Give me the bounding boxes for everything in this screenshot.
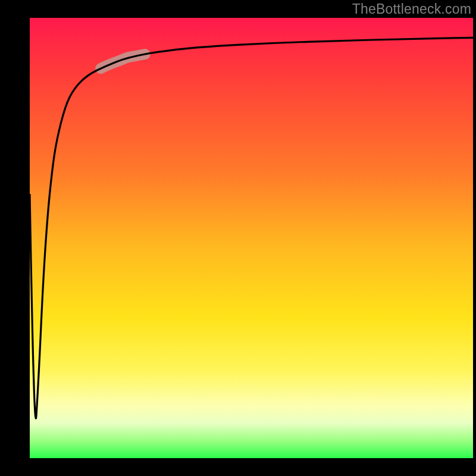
- chart-frame: TheBottleneck.com: [0, 0, 476, 476]
- plot-area: [30, 18, 473, 458]
- bottleneck-curve-path: [30, 37, 473, 418]
- watermark-text: TheBottleneck.com: [352, 1, 471, 17]
- curve-layer: [30, 18, 473, 458]
